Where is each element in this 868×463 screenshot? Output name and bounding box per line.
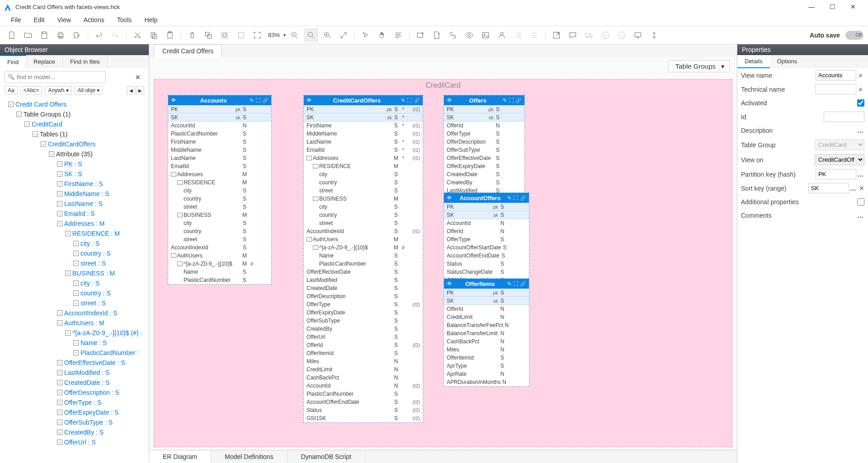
collapse-icon[interactable] (647, 28, 661, 42)
table-key-row[interactable]: PKpkS (444, 203, 529, 211)
edit-icon[interactable]: ✎ (503, 98, 507, 103)
ob-tab-replace[interactable]: Replace (26, 55, 63, 68)
prop-view-name-input[interactable] (816, 70, 856, 80)
table-row[interactable]: OfferIdN (444, 227, 529, 235)
menu-tools[interactable]: Tools (111, 14, 138, 26)
tree-node[interactable]: -CreatedDate : S (0, 378, 149, 388)
tree-toggle-icon[interactable]: - (57, 310, 62, 316)
tree-toggle-icon[interactable]: - (41, 141, 46, 147)
table-row[interactable]: AccountIndexIdS(I1) (304, 227, 423, 235)
tree-toggle-icon[interactable]: - (57, 320, 62, 326)
tree-node[interactable]: -OfferSubType : S (0, 417, 149, 427)
collapse-icon[interactable]: - (171, 253, 176, 258)
zoom-level[interactable]: 83% (266, 32, 282, 38)
expand-icon[interactable]: ⛶ (513, 195, 518, 201)
tree-node[interactable]: -OfferExpiryDate : S (0, 407, 149, 417)
eye-icon[interactable]: 👁 (171, 97, 176, 103)
tree-toggle-icon[interactable]: - (57, 420, 62, 425)
expand-icon[interactable]: ⛶ (255, 98, 260, 103)
bottom-tab-dynamodb-script[interactable]: DynamoDB Script (288, 450, 365, 463)
tree-node[interactable]: -city : S (0, 239, 149, 248)
table-row[interactable]: FirstNameS*(I1) (304, 122, 423, 130)
table-row[interactable]: OfferIdN (444, 305, 529, 313)
duplicate-icon[interactable] (201, 28, 216, 42)
delete-icon[interactable] (185, 28, 199, 42)
erd-table-accounts[interactable]: 👁Accounts✎⛶🔗PKpkSSKskSAccountIdNPlasticC… (168, 95, 272, 285)
table-row[interactable]: cityS (168, 187, 271, 195)
tree-node[interactable]: -street : S (0, 298, 149, 308)
table-key-row[interactable]: PKpkS (444, 105, 524, 113)
link-icon[interactable]: 🔗 (515, 98, 522, 103)
tree-node[interactable]: -AuthUsers : M (0, 318, 149, 328)
pointer-icon[interactable] (359, 28, 373, 42)
tree-node[interactable]: -OfferType : S (0, 398, 149, 407)
table-row[interactable]: OfferEffectiveDateS (444, 154, 524, 162)
table-key-row[interactable]: SKskS (444, 113, 524, 122)
tree-toggle-icon[interactable]: - (57, 211, 62, 216)
table-row[interactable]: OfferDescriptionS (304, 292, 423, 300)
add-table-icon[interactable] (413, 28, 428, 42)
table-row[interactable]: countryS (168, 195, 271, 203)
table-row[interactable]: MiddleNameS (168, 146, 271, 154)
table-row[interactable]: LastNameS*(I1) (304, 138, 423, 146)
new-file-icon[interactable] (5, 28, 19, 42)
comment-icon[interactable] (566, 28, 580, 42)
expand-icon[interactable]: ⛶ (509, 98, 514, 103)
table-row[interactable]: PlasticCardNumberS (304, 390, 423, 398)
table-row[interactable]: OfferTypeS (444, 130, 524, 138)
table-key-row[interactable]: SKskS (444, 211, 529, 219)
tree-node[interactable]: -street : S (0, 258, 149, 268)
table-key-row[interactable]: SKskS (168, 113, 271, 122)
object-tree[interactable]: -Credit Card Offers-Table Groups (1)-Cre… (0, 98, 149, 463)
table-row[interactable]: NameS (304, 252, 423, 260)
table-row[interactable]: GSI1SKS(I2) (304, 414, 423, 422)
collapse-icon[interactable]: - (177, 262, 183, 266)
zoom-in-icon[interactable] (320, 28, 335, 42)
view-icon[interactable] (462, 28, 476, 42)
tree-toggle-icon[interactable]: - (57, 370, 62, 375)
table-row[interactable]: CreatedDateS (304, 284, 423, 292)
table-row[interactable]: countryS (304, 178, 423, 187)
table-row[interactable]: LastModifiedS (304, 276, 423, 284)
more-icon[interactable]: … (856, 171, 864, 178)
tree-node[interactable]: -CreditCardOffers (0, 139, 149, 149)
tree-node[interactable]: -EmailId : S (0, 209, 149, 219)
table-row[interactable]: AprTypeS (444, 362, 529, 370)
more-icon[interactable]: … (856, 212, 864, 219)
tree-toggle-icon[interactable]: - (73, 300, 79, 306)
prop-tab-details[interactable]: Details (737, 55, 770, 68)
prop-sk-input[interactable] (808, 183, 849, 193)
tree-node[interactable]: -Attribute (35) (0, 149, 149, 159)
list2-icon[interactable] (527, 28, 542, 42)
table-row[interactable]: AccountOfferEndDateS(I2) (304, 398, 423, 406)
table-row[interactable]: OfferSubTypeS (444, 146, 524, 154)
tree-toggle-icon[interactable]: - (57, 191, 62, 196)
table-row[interactable]: PlasticCardNumberS (168, 130, 271, 138)
more-icon[interactable]: … (849, 185, 857, 192)
copy-icon[interactable] (146, 28, 161, 42)
prop-pk-input[interactable] (816, 169, 856, 179)
ob-tab-find-in-files[interactable]: Find in files (63, 55, 108, 68)
tree-node[interactable]: -^[a-zA-Z0-9_.-]{10}$ (#) : (0, 328, 149, 338)
table-row[interactable]: OfferExpiryDateS (444, 162, 524, 170)
tree-node[interactable]: -OfferUrl : S (0, 437, 149, 447)
table-row[interactable]: StatusS(I2) (304, 406, 423, 414)
tree-toggle-icon[interactable]: - (73, 241, 79, 246)
tree-toggle-icon[interactable]: - (8, 102, 14, 107)
erd-table-creditcardoffers[interactable]: 👁CreditCardOffers✎⛶🔗PKpkS*(I2)SKskS*Firs… (303, 95, 423, 423)
table-row[interactable]: CreatedDateS (444, 170, 524, 178)
align-icon[interactable] (391, 28, 406, 42)
table-row[interactable]: -AddressesM (168, 170, 271, 178)
table-row[interactable]: MilesN (444, 346, 529, 354)
tree-node[interactable]: -SK : S (0, 169, 149, 179)
nav-next-icon[interactable] (614, 28, 629, 42)
prop-add-checkbox[interactable] (857, 198, 864, 206)
table-row[interactable]: -AuthUsersM (304, 235, 423, 243)
table-row[interactable]: OfferExpiryDateS (304, 309, 423, 317)
table-row[interactable]: BalanceTransferLimitN (444, 329, 529, 337)
more-icon[interactable]: … (856, 127, 864, 134)
erd-table-offeritems[interactable]: 👁OfferItems✎⛶🔗PKpkSSKskSOfferIdNCreditLi… (443, 278, 529, 387)
screen-icon[interactable] (631, 28, 645, 42)
prop-tg-select[interactable]: CreditCard (815, 139, 864, 150)
table-row[interactable]: streetS (304, 219, 423, 227)
